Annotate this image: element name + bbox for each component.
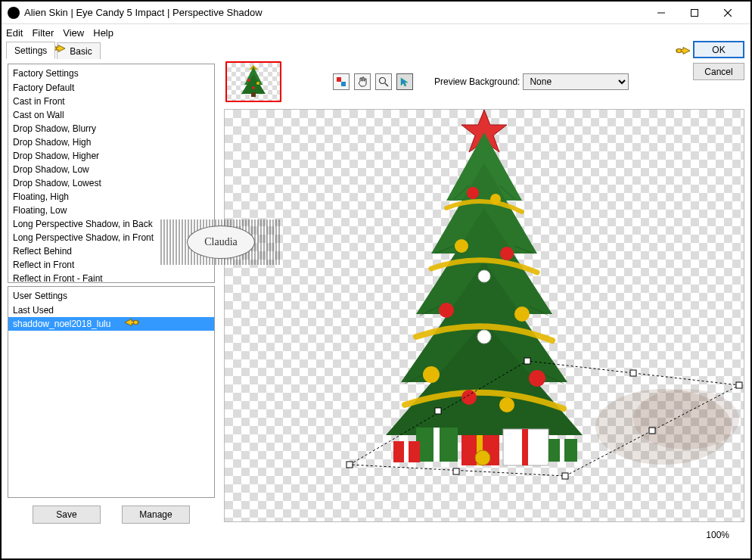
tab-bar: Settings Basic: [2, 41, 750, 59]
svg-point-31: [467, 187, 479, 199]
svg-rect-59: [736, 382, 742, 388]
tool-zoom[interactable]: [375, 73, 392, 90]
svg-rect-13: [337, 77, 341, 82]
menu-filter[interactable]: Filter: [32, 27, 54, 39]
hand-pointer-icon: [123, 316, 140, 329]
preview-image-tree: [333, 102, 635, 496]
thumbnail-tree-icon: [238, 64, 269, 98]
svg-point-38: [477, 330, 491, 344]
svg-rect-63: [649, 428, 655, 434]
svg-point-42: [499, 397, 514, 412]
svg-point-32: [490, 194, 501, 204]
svg-rect-1: [691, 9, 698, 16]
menu-bar: Edit Filter View Help: [2, 24, 750, 41]
preset-item[interactable]: Drop Shadow, Blurry: [8, 122, 214, 135]
zoom-level: 100%: [706, 530, 729, 540]
svg-line-16: [385, 83, 388, 86]
user-item-selected[interactable]: shaddow_noel2018_lulu: [8, 317, 214, 331]
maximize-button[interactable]: [678, 2, 711, 23]
svg-point-40: [529, 370, 545, 387]
user-settings-list[interactable]: User Settings Last Used shaddow_noel2018…: [8, 286, 215, 498]
app-icon: [8, 7, 20, 19]
user-item-last-used[interactable]: Last Used: [8, 303, 214, 317]
preset-item[interactable]: Cast in Front: [8, 95, 214, 108]
preset-item[interactable]: Drop Shadow, Lowest: [8, 176, 214, 190]
svg-rect-50: [560, 439, 564, 462]
hand-pointer-icon: [675, 44, 691, 58]
tab-basic[interactable]: Basic: [57, 42, 100, 59]
preset-item[interactable]: Drop Shadow, Low: [8, 163, 214, 176]
save-button[interactable]: Save: [33, 506, 101, 524]
svg-rect-9: [251, 92, 256, 97]
svg-point-37: [514, 306, 530, 322]
menu-help[interactable]: Help: [93, 27, 113, 39]
preset-item[interactable]: Drop Shadow, High: [8, 135, 214, 149]
preview-bg-select[interactable]: None: [523, 73, 629, 90]
svg-point-34: [500, 247, 514, 260]
preset-item[interactable]: Drop Shadow, Higher: [8, 149, 214, 163]
factory-header: Factory Settings: [8, 66, 214, 81]
window-title: Alien Skin | Eye Candy 5 Impact | Perspe…: [24, 7, 645, 18]
manage-button[interactable]: Manage: [122, 506, 190, 524]
svg-point-39: [423, 366, 440, 383]
svg-point-33: [455, 239, 468, 253]
close-button[interactable]: [711, 2, 744, 23]
user-header: User Settings: [8, 288, 214, 303]
svg-rect-44: [433, 428, 440, 462]
svg-rect-52: [404, 441, 409, 462]
svg-point-65: [676, 48, 681, 52]
preset-item[interactable]: Floating, High: [8, 190, 214, 204]
sidebar: Factory Settings Factory Default Cast in…: [2, 59, 221, 543]
preview-bg-label: Preview Background:: [434, 76, 520, 87]
svg-point-35: [478, 270, 490, 282]
svg-point-12: [252, 86, 255, 89]
svg-point-41: [461, 390, 477, 405]
menu-view[interactable]: View: [63, 27, 84, 39]
thumbnail[interactable]: [225, 61, 281, 102]
svg-point-55: [633, 389, 739, 450]
preview-canvas[interactable]: [224, 109, 744, 522]
tab-settings[interactable]: Settings: [6, 42, 55, 59]
tool-color-picker[interactable]: [333, 73, 350, 90]
svg-rect-48: [522, 429, 528, 465]
preview-toolbar: Preview Background: None: [221, 59, 750, 104]
svg-point-11: [256, 82, 259, 85]
cancel-button[interactable]: Cancel: [693, 63, 744, 80]
preset-item[interactable]: Reflect in Front - Faint: [8, 272, 214, 283]
svg-point-5: [133, 320, 138, 324]
svg-point-36: [439, 303, 454, 318]
svg-rect-14: [341, 82, 346, 86]
content-area: Preview Background: None: [221, 59, 750, 543]
ok-button[interactable]: OK: [693, 41, 744, 58]
tool-hand[interactable]: [354, 73, 371, 90]
minimize-button[interactable]: [645, 2, 678, 23]
watermark-stamp: Claudia: [160, 219, 281, 265]
watermark-text: Claudia: [187, 226, 255, 259]
preset-item[interactable]: Floating, Low: [8, 204, 214, 217]
svg-point-10: [247, 79, 250, 82]
title-bar: Alien Skin | Eye Candy 5 Impact | Perspe…: [2, 2, 750, 24]
preset-item[interactable]: Cast on Wall: [8, 108, 214, 122]
menu-edit[interactable]: Edit: [6, 27, 23, 39]
tool-arrow[interactable]: [396, 73, 413, 90]
svg-point-15: [380, 78, 386, 84]
svg-point-53: [475, 450, 490, 465]
preset-item[interactable]: Factory Default: [8, 81, 214, 95]
